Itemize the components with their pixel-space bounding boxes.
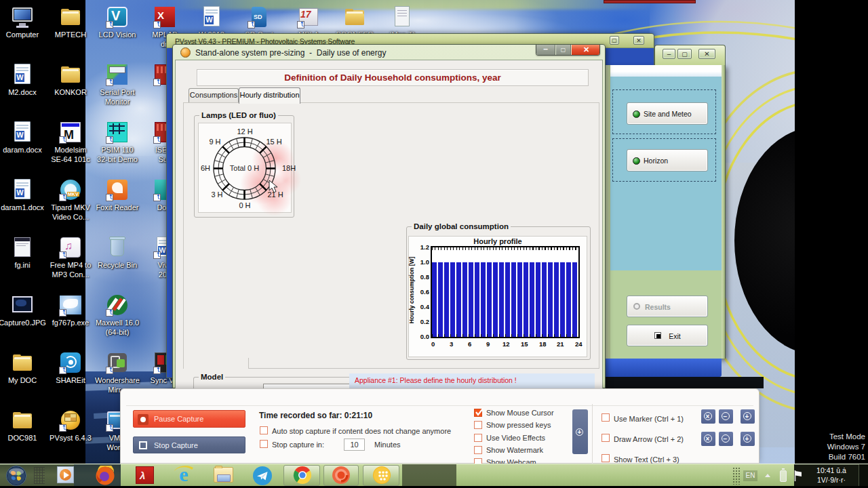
svg-text:3 H: 3 H [211, 190, 222, 199]
svg-text:6H: 6H [201, 164, 210, 172]
svg-text:18H: 18H [282, 164, 296, 172]
svg-text:9 H: 9 H [209, 138, 220, 146]
svg-text:15 H: 15 H [266, 138, 281, 146]
svg-text:12 H: 12 H [237, 127, 252, 136]
svg-text:Total 0 H: Total 0 H [230, 164, 259, 172]
svg-text:0 H: 0 H [239, 201, 250, 209]
